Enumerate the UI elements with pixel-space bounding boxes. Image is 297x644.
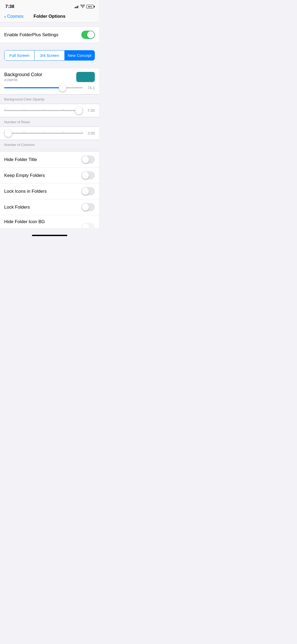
home-bar-area: [0, 229, 99, 238]
color-swatch[interactable]: [76, 72, 95, 82]
hide-folder-title-row: Hide Folder Title: [0, 152, 99, 168]
keep-empty-folders-row: Keep Empty Folders: [0, 168, 99, 183]
columns-sublabel-row: Number of Columns: [0, 140, 99, 149]
hide-folder-icon-bg-row: Hide Folder Icon BG: [0, 215, 99, 228]
rows-slider-section: 7.00: [0, 104, 99, 117]
rows-slider-value: 7.00: [86, 108, 95, 113]
hide-folder-title-label: Hide Folder Title: [4, 157, 37, 162]
signal-icon: [75, 5, 79, 8]
columns-slider-row: 3.00: [0, 127, 99, 140]
lock-icons-in-folders-label: Lock Icons in Folders: [4, 189, 47, 194]
enable-folderplus-toggle[interactable]: [81, 31, 95, 39]
enable-folderplus-section: Enable FolderPlus Settings: [0, 27, 99, 43]
back-chevron-icon: ‹: [4, 14, 6, 19]
bg-color-row: Background Color #198F95: [0, 68, 99, 83]
segment-new-concept[interactable]: New Concept: [65, 50, 95, 60]
bg-color-hex: #198F95: [4, 78, 42, 82]
segmented-control: Full Screen 3/4 Screen New Concept: [4, 50, 95, 61]
section-gap-3: [0, 64, 99, 68]
columns-slider[interactable]: [4, 131, 83, 136]
bg-color-label: Background Color: [4, 72, 42, 77]
segment-3-4-screen[interactable]: 3/4 Screen: [35, 50, 65, 60]
columns-slider-thumb[interactable]: [4, 130, 12, 137]
lock-folders-toggle[interactable]: [81, 203, 95, 211]
section-gap-4: [0, 149, 99, 151]
enable-folderplus-label: Enable FolderPlus Settings: [4, 32, 58, 38]
bg-opacity-sublabel-row: Background Color Opacity: [0, 94, 99, 104]
columns-slider-section: 3.00: [0, 127, 99, 140]
rows-slider-row: 7.00: [0, 104, 99, 117]
status-bar: 7:38 90%: [0, 0, 99, 12]
rows-label: Number of Rows: [4, 120, 30, 124]
status-icons: 90%: [75, 4, 94, 9]
wifi-icon: [81, 4, 85, 9]
enable-folderplus-row: Enable FolderPlus Settings: [0, 27, 99, 43]
toggle-rows-section: Hide Folder Title Keep Empty Folders Loc…: [0, 151, 99, 215]
hide-folder-icon-bg-toggle[interactable]: [81, 223, 95, 228]
columns-slider-value: 3.00: [86, 131, 95, 135]
home-bar: [32, 235, 67, 236]
keep-empty-folders-label: Keep Empty Folders: [4, 173, 45, 178]
nav-bar: ‹ Cosmos Folder Options: [0, 12, 99, 22]
section-gap-2: [0, 43, 99, 47]
bg-color-slider[interactable]: [4, 85, 83, 90]
rows-slider[interactable]: [4, 108, 83, 113]
bg-color-slider-value: 74.1: [86, 86, 95, 90]
hide-folder-icon-bg-label: Hide Folder Icon BG: [4, 219, 45, 224]
lock-icons-in-folders-toggle[interactable]: [81, 187, 95, 195]
lock-icons-in-folders-row: Lock Icons in Folders: [0, 183, 99, 199]
lock-folders-label: Lock Folders: [4, 205, 30, 210]
segmented-container: Full Screen 3/4 Screen New Concept: [0, 47, 99, 64]
segment-full-screen[interactable]: Full Screen: [4, 50, 35, 60]
bg-color-info: Background Color #198F95: [4, 72, 42, 82]
nav-back-button[interactable]: ‹ Cosmos: [4, 14, 23, 19]
columns-label: Number of Columns: [4, 143, 35, 147]
keep-empty-folders-toggle[interactable]: [81, 171, 95, 180]
nav-back-label: Cosmos: [7, 14, 23, 19]
status-time: 7:38: [5, 4, 14, 9]
battery-icon: 90%: [86, 5, 94, 8]
rows-sublabel-row: Number of Rows: [0, 117, 99, 127]
rows-slider-thumb[interactable]: [75, 107, 83, 114]
bg-color-section: Background Color #198F95 74.1: [0, 68, 99, 94]
toggle-thumb: [87, 31, 94, 38]
bg-color-slider-row: 74.1: [0, 83, 99, 94]
page-title: Folder Options: [34, 14, 65, 19]
bg-color-slider-thumb[interactable]: [59, 84, 66, 91]
bg-opacity-label: Background Color Opacity: [4, 97, 44, 101]
section-gap-1: [0, 22, 99, 27]
lock-folders-row: Lock Folders: [0, 199, 99, 215]
hide-folder-title-toggle[interactable]: [81, 155, 95, 164]
